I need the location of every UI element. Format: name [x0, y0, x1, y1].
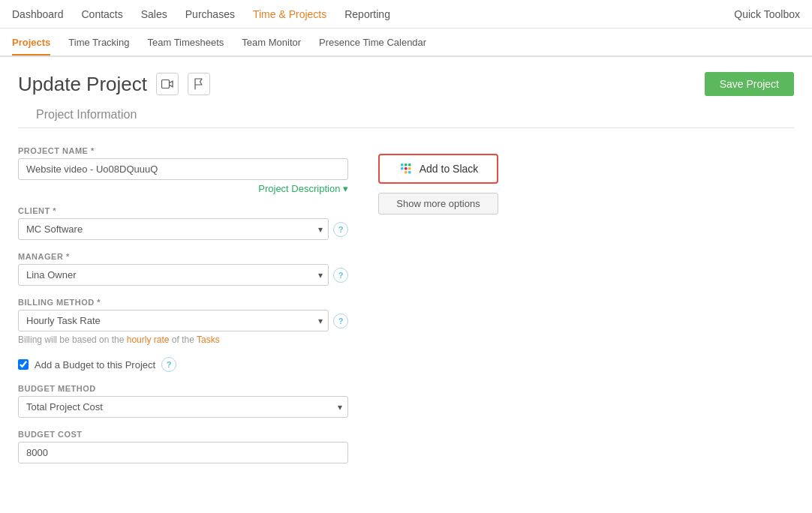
add-budget-label[interactable]: Add a Budget to this Project: [35, 359, 155, 370]
save-project-button[interactable]: Save Project: [705, 72, 794, 96]
form-left: PROJECT NAME * Project Description ▾ CLI…: [18, 146, 348, 476]
client-help-icon[interactable]: ?: [333, 222, 348, 237]
client-select-wrapper: MC Software: [18, 218, 329, 240]
billing-method-row: Hourly Task Rate ?: [18, 310, 348, 332]
billing-method-group: BILLING METHOD * Hourly Task Rate ? Bill…: [18, 298, 348, 345]
add-to-slack-label: Add to Slack: [420, 163, 479, 175]
add-to-slack-button[interactable]: Add to Slack: [378, 154, 498, 184]
budget-cost-group: BUDGET COST: [18, 430, 348, 464]
billing-method-select-wrapper: Hourly Task Rate: [18, 310, 329, 332]
form-area: PROJECT NAME * Project Description ▾ CLI…: [0, 146, 812, 476]
project-name-label: PROJECT NAME *: [18, 146, 348, 155]
page-title-area: Update Project: [18, 73, 210, 96]
nav-reporting[interactable]: Reporting: [344, 2, 390, 26]
subnav-projects[interactable]: Projects: [12, 31, 50, 56]
manager-select-wrapper: Lina Owner: [18, 264, 329, 286]
nav-sales[interactable]: Sales: [141, 2, 167, 26]
project-description-link[interactable]: Project Description ▾: [258, 183, 348, 194]
subnav-team-monitor[interactable]: Team Monitor: [242, 31, 301, 54]
video-icon[interactable]: [156, 73, 179, 95]
client-select[interactable]: MC Software: [18, 218, 329, 240]
nav-time-projects[interactable]: Time & Projects: [253, 2, 326, 26]
nav-contacts[interactable]: Contacts: [82, 2, 123, 26]
manager-group: MANAGER * Lina Owner ?: [18, 252, 348, 286]
svg-rect-2: [401, 164, 404, 166]
billing-method-help-icon[interactable]: ?: [333, 314, 348, 328]
project-description-link-area: Project Description ▾: [18, 183, 348, 194]
budget-method-select-wrapper: Total Project Cost: [18, 396, 348, 418]
quick-toolbox[interactable]: Quick Toolbox: [734, 8, 800, 20]
budget-method-label: BUDGET METHOD: [18, 384, 348, 393]
section-title: Project Information: [18, 108, 794, 128]
billing-method-label: BILLING METHOD *: [18, 298, 348, 307]
client-label: CLIENT *: [18, 206, 348, 215]
svg-rect-8: [408, 171, 411, 174]
nav-purchases[interactable]: Purchases: [185, 2, 235, 26]
flag-icon[interactable]: [188, 73, 210, 95]
form-right: Add to Slack Show more options: [378, 146, 498, 476]
add-budget-help-icon[interactable]: ?: [161, 357, 176, 372]
sub-navigation: Projects Time Tracking Team Timesheets T…: [0, 28, 812, 57]
nav-dashboard[interactable]: Dashboard: [12, 2, 64, 26]
top-navigation: Dashboard Contacts Sales Purchases Time …: [0, 0, 812, 28]
billing-method-select[interactable]: Hourly Task Rate: [18, 310, 329, 332]
budget-method-group: BUDGET METHOD Total Project Cost: [18, 384, 348, 418]
svg-rect-7: [404, 171, 408, 174]
subnav-team-timesheets[interactable]: Team Timesheets: [147, 31, 224, 54]
slack-icon: [398, 161, 414, 176]
add-budget-row: Add a Budget to this Project ?: [18, 357, 348, 372]
manager-select[interactable]: Lina Owner: [18, 264, 329, 286]
client-group: CLIENT * MC Software ?: [18, 206, 348, 240]
subnav-presence-calendar[interactable]: Presence Time Calendar: [319, 31, 426, 54]
manager-help-icon[interactable]: ?: [333, 268, 348, 283]
top-nav-items: Dashboard Contacts Sales Purchases Time …: [12, 2, 734, 26]
budget-cost-input[interactable]: [18, 442, 348, 464]
client-input-row: MC Software ?: [18, 218, 348, 240]
billing-note: Billing will be based on the hourly rate…: [18, 334, 348, 345]
svg-rect-0: [161, 80, 169, 88]
add-budget-checkbox[interactable]: [18, 359, 29, 370]
svg-rect-5: [408, 167, 411, 170]
project-name-group: PROJECT NAME * Project Description ▾: [18, 146, 348, 194]
svg-rect-4: [408, 164, 411, 166]
manager-input-row: Lina Owner ?: [18, 264, 348, 286]
budget-method-select[interactable]: Total Project Cost: [18, 396, 348, 418]
project-name-input[interactable]: [18, 158, 348, 180]
subnav-time-tracking[interactable]: Time Tracking: [68, 31, 129, 54]
page-title: Update Project: [18, 73, 147, 96]
svg-rect-3: [404, 164, 408, 166]
svg-rect-6: [404, 167, 408, 170]
page-header: Update Project Save Project: [0, 57, 812, 108]
budget-cost-label: BUDGET COST: [18, 430, 348, 439]
show-more-options-button[interactable]: Show more options: [378, 193, 498, 214]
manager-label: MANAGER *: [18, 252, 348, 261]
svg-rect-1: [401, 167, 404, 170]
